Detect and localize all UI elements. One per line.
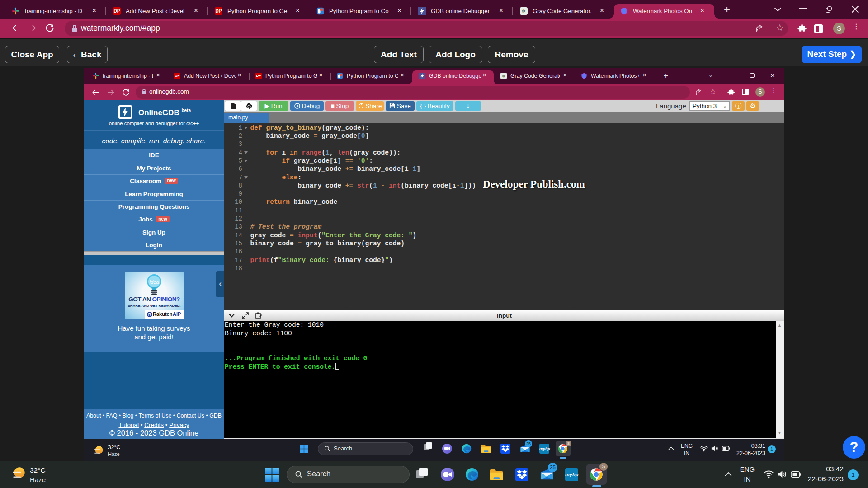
- svg-text:✲: ✲: [502, 74, 505, 79]
- svg-text:idea: idea: [150, 279, 159, 285]
- svg-text:✲: ✲: [522, 8, 526, 14]
